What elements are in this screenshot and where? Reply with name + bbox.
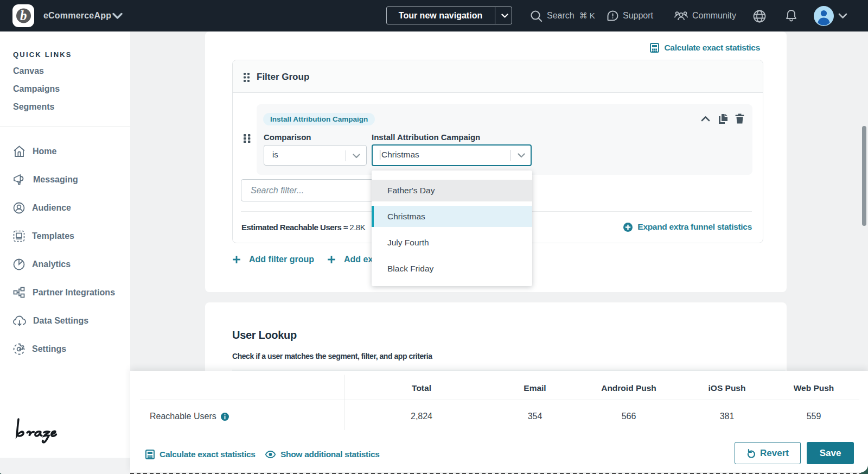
svg-text:b: b <box>20 8 27 23</box>
